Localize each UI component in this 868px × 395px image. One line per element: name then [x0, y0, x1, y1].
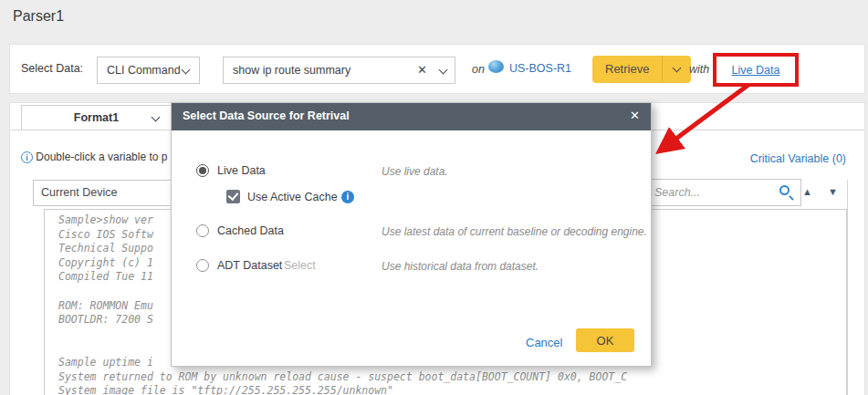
- radio-adt-dataset[interactable]: [196, 259, 209, 272]
- tab-format1-label: Format1: [74, 111, 119, 124]
- page-title: Parser1: [13, 8, 64, 25]
- hint-row: i Double-click a variable to p: [21, 151, 167, 163]
- retrieve-dropdown-toggle[interactable]: [663, 56, 691, 83]
- device-name-link[interactable]: US-BOS-R1: [509, 62, 571, 75]
- panel-divider: [847, 180, 848, 395]
- data-type-dropdown[interactable]: CLI Command: [97, 57, 200, 84]
- tab-format1[interactable]: Format1: [21, 105, 172, 130]
- radio-live-data[interactable]: [196, 164, 209, 177]
- dialog-header[interactable]: Select Data Source for Retrival ✕: [172, 103, 651, 130]
- info-icon: i: [21, 151, 33, 163]
- live-data-option-desc: Use live data.: [382, 165, 448, 178]
- ok-button[interactable]: OK: [576, 328, 634, 352]
- data-type-value: CLI Command: [107, 64, 181, 77]
- search-prev-button[interactable]: ▲: [802, 186, 812, 197]
- live-data-option-label[interactable]: Live Data: [217, 164, 266, 177]
- search-icon[interactable]: [779, 185, 790, 195]
- live-data-link[interactable]: Live Data: [732, 64, 780, 77]
- hint-text: Double-click a variable to p: [36, 151, 167, 163]
- chevron-down-icon: [182, 66, 191, 75]
- select-data-source-dialog: Select Data Source for Retrival ✕ Live D…: [171, 102, 652, 367]
- clear-icon[interactable]: ✕: [417, 57, 427, 83]
- chevron-down-icon: [673, 64, 682, 73]
- on-label: on: [472, 63, 485, 76]
- select-data-label: Select Data:: [21, 62, 83, 75]
- live-data-highlight-box: Live Data: [713, 53, 799, 87]
- chevron-down-icon[interactable]: [439, 66, 448, 75]
- router-device-icon: [488, 60, 504, 73]
- retrieve-button-label[interactable]: Retrieve: [592, 56, 662, 83]
- cached-data-option-desc: Use latest data of current baseline or d…: [382, 225, 647, 238]
- adt-dataset-option-label[interactable]: ADT Dataset: [217, 259, 282, 272]
- radio-cached-data[interactable]: [196, 224, 209, 237]
- cancel-button[interactable]: Cancel: [526, 336, 562, 349]
- retrieve-split-button[interactable]: Retrieve: [592, 56, 691, 83]
- search-next-button[interactable]: ▼: [828, 186, 838, 197]
- adt-select-link[interactable]: Select: [284, 259, 316, 272]
- retrieve-toolbar: Select Data: CLI Command show ip route s…: [9, 44, 865, 94]
- use-active-cache-checkbox[interactable]: [226, 190, 240, 203]
- info-icon[interactable]: i: [341, 191, 354, 203]
- use-active-cache-label[interactable]: Use Active Cache: [247, 191, 338, 203]
- chevron-down-icon: [152, 113, 161, 122]
- with-label: with: [689, 63, 709, 76]
- adt-dataset-option-desc: Use historical data from dataset.: [382, 260, 539, 273]
- cached-data-option-label[interactable]: Cached Data: [217, 224, 284, 237]
- command-value: show ip route summary: [233, 64, 350, 77]
- current-device-value: Current Device: [41, 186, 117, 199]
- critical-variable-link[interactable]: Critical Variable (0): [750, 152, 846, 165]
- command-combobox[interactable]: show ip route summary ✕: [223, 57, 455, 84]
- close-icon[interactable]: ✕: [630, 109, 640, 122]
- dialog-title: Select Data Source for Retrival: [183, 109, 350, 122]
- search-placeholder: Search...: [654, 186, 700, 199]
